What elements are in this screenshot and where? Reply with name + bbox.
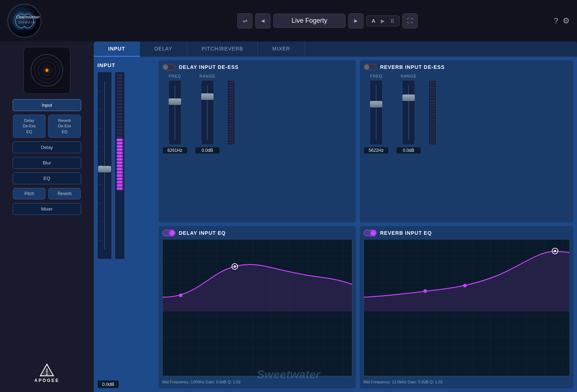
delay-deess-freq-handle[interactable] <box>169 98 181 105</box>
meter-seg-active <box>117 155 123 157</box>
v-seg <box>229 118 234 120</box>
sidebar-item-reverb[interactable]: Reverb <box>48 188 81 199</box>
v-seg <box>229 139 234 140</box>
top-right: ? ⚙ <box>554 16 570 26</box>
v-seg-r <box>430 131 435 133</box>
sidebar-pitch-reverb-row: Pitch Reverb <box>13 188 81 199</box>
meter-seg-active <box>117 149 123 151</box>
delay-deess-range-handle[interactable] <box>201 93 213 100</box>
delay-deess-toggle[interactable] <box>162 64 175 70</box>
reverb-deess-freq-track[interactable] <box>370 80 383 145</box>
input-fader-track[interactable] <box>97 72 112 259</box>
meter-seg <box>117 126 123 128</box>
delay-deess-section: DELAY INPUT DE-ESS FREQ 6261Hz <box>159 60 356 223</box>
reverb-deess-range-handle[interactable] <box>402 94 415 101</box>
svg-text:DOMAIN: DOMAIN <box>18 21 36 24</box>
delay-eq-canvas[interactable] <box>162 239 352 376</box>
v-seg <box>229 87 234 88</box>
meter-seg <box>117 113 123 115</box>
sidebar-item-reverb-deess-eq[interactable]: ReverbDe-EssEQ <box>48 115 81 138</box>
shuffle-button[interactable]: ⇌ <box>237 13 252 28</box>
meter-seg <box>117 84 123 86</box>
sidebar-item-mixer[interactable]: Mixer <box>13 203 81 215</box>
delay-deess-freq-track[interactable] <box>168 80 181 145</box>
tab-mixer[interactable]: MIXER <box>258 41 305 57</box>
play-ab-button[interactable]: ▶ <box>379 17 387 25</box>
tab-pitch-reverb[interactable]: PITCH/REVERB <box>187 41 258 57</box>
toggle-active-knob-reverb <box>371 230 376 235</box>
v-seg-r <box>430 118 435 120</box>
tab-delay[interactable]: DELAY <box>140 41 187 57</box>
meter-seg-active <box>117 175 123 177</box>
columns-wrapper: DELAY INPUT DE-ESS FREQ 6261Hz <box>159 60 573 388</box>
tab-input[interactable]: INPUT <box>94 41 140 57</box>
reverb-deess-freq-col: FREQ 5622Hz <box>364 74 389 219</box>
v-seg <box>229 121 234 122</box>
radar-display <box>23 47 70 94</box>
sidebar-item-input[interactable]: Input <box>13 99 81 111</box>
meter-seg-active <box>117 139 123 141</box>
v-seg <box>229 92 234 94</box>
reverb-column: REVERB INPUT DE-ESS FREQ 5622Hz <box>358 60 573 388</box>
apogee-icon <box>40 364 54 376</box>
delay-eq-section: DELAY INPUT EQ <box>159 226 356 388</box>
prev-button[interactable]: ◄ <box>255 13 270 28</box>
reverb-eq-toggle[interactable] <box>364 230 376 236</box>
v-seg-r <box>430 139 435 140</box>
fader-line <box>104 82 105 250</box>
b-button[interactable]: B <box>388 17 396 25</box>
expand-button[interactable]: ⛶ <box>402 13 418 28</box>
meter-seg-active <box>117 178 123 180</box>
delay-deess-meter-spacer <box>230 74 232 78</box>
shuffle-icon: ⇌ <box>243 17 247 24</box>
sidebar-item-delay-deess-eq[interactable]: DelayDe-EssEQ <box>13 115 45 138</box>
preset-name[interactable]: Live Fogerty <box>273 14 345 28</box>
meter-seg-active <box>117 145 123 147</box>
toggle-knob-reverb <box>364 65 369 70</box>
input-section: INPUT <box>97 60 155 388</box>
reverb-freq-line <box>376 85 376 140</box>
a-button[interactable]: A <box>370 17 377 25</box>
reverb-deess-section: REVERB INPUT DE-ESS FREQ 5622Hz <box>360 60 573 223</box>
logo-area: Clearmountain's DOMAIN <box>7 4 101 38</box>
svg-text:Clearmountain's: Clearmountain's <box>16 15 41 19</box>
meter-seg-active <box>117 158 123 160</box>
sidebar-item-eq[interactable]: EQ <box>13 172 81 184</box>
input-fader-handle[interactable] <box>98 166 111 172</box>
delay-deess-range-col: RANGE 0.0dB <box>195 74 220 219</box>
input-meter-track <box>115 72 125 259</box>
sidebar-item-pitch[interactable]: Pitch <box>13 188 45 199</box>
v-seg-r <box>430 105 435 107</box>
help-button[interactable]: ? <box>554 16 558 26</box>
main-content: Input DelayDe-EssEQ ReverbDe-EssEQ Delay… <box>0 41 577 392</box>
v-seg-r <box>430 116 435 117</box>
delay-eq-svg <box>163 239 352 376</box>
meter-seg <box>117 116 123 118</box>
reverb-eq-canvas[interactable] <box>364 239 570 376</box>
meter-seg <box>117 93 123 96</box>
sidebar-item-blur[interactable]: Blur <box>13 157 81 169</box>
v-seg <box>229 123 234 125</box>
settings-button[interactable]: ⚙ <box>563 16 570 26</box>
delay-deess-range-track[interactable] <box>201 80 214 145</box>
reverb-deess-range-col: RANGE 0.0dB <box>396 74 421 219</box>
reverb-deess-range-track[interactable] <box>402 80 415 145</box>
v-seg <box>229 134 234 135</box>
ab-group: A ▶ B <box>366 16 400 26</box>
reverb-eq-status: Mid Frequency: 12.0kHz Gain: 5.9dB Q: 1.… <box>364 379 570 385</box>
reverb-deess-toggle[interactable] <box>364 64 376 70</box>
svg-point-9 <box>234 265 236 268</box>
sidebar-item-delay[interactable]: Delay <box>13 141 81 153</box>
toggle-knob <box>163 65 168 70</box>
meter-seg-active <box>117 162 123 164</box>
delay-eq-toggle[interactable] <box>162 230 175 236</box>
delay-deess-range-value: 0.0dB <box>195 147 220 154</box>
reverb-deess-freq-handle[interactable] <box>370 101 382 107</box>
delay-deess-range-label: RANGE <box>199 74 215 78</box>
meter-seg <box>117 100 123 102</box>
next-button[interactable]: ► <box>348 13 364 28</box>
v-seg <box>229 113 234 114</box>
apogee-label: APOGEE <box>34 378 59 383</box>
meter-seg <box>117 87 123 89</box>
v-seg-r <box>430 95 435 96</box>
